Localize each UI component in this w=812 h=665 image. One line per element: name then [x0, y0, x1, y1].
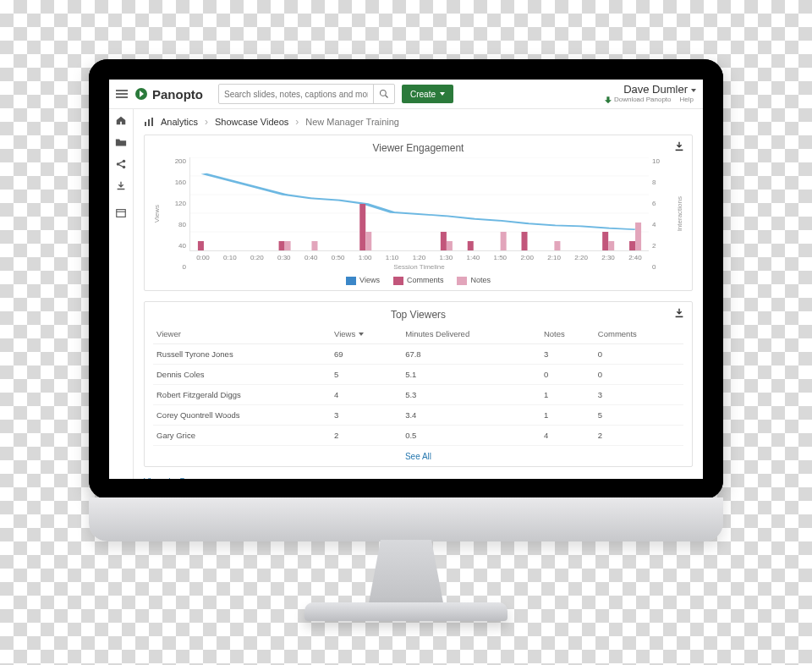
search-box	[218, 84, 395, 104]
table-cell: 1	[540, 404, 595, 425]
y-axis-right-label: Interactions	[676, 196, 683, 231]
help-link[interactable]: Help	[680, 96, 696, 104]
legend-item-notes: Notes	[457, 276, 491, 285]
svg-rect-26	[441, 232, 447, 250]
svg-rect-20	[198, 241, 204, 250]
table-cell: 4	[331, 384, 402, 404]
svg-rect-12	[151, 118, 153, 126]
user-name-label: Dave Dumler	[623, 84, 688, 96]
table-cell: 3	[331, 404, 402, 425]
svg-line-2	[386, 96, 388, 98]
y-axis-right-ticks: 1086420	[649, 157, 676, 271]
table-row[interactable]: Russell Tyrone Jones6967.830	[153, 343, 683, 364]
monitor-stand-neck	[364, 540, 448, 607]
svg-point-5	[123, 166, 126, 169]
sort-desc-icon	[359, 332, 364, 336]
brand-mark-icon	[134, 87, 148, 101]
topbar: Panopto Create Dave Dumler	[109, 80, 703, 109]
download-table-button[interactable]	[673, 307, 685, 319]
search-button[interactable]	[373, 85, 394, 103]
table-cell: 2	[331, 425, 402, 445]
user-menu[interactable]: Dave Dumler	[605, 84, 696, 96]
table-cell: 67.8	[402, 343, 540, 364]
folder-icon[interactable]	[115, 136, 127, 148]
create-button[interactable]: Create	[402, 85, 453, 103]
svg-rect-21	[279, 241, 285, 250]
legend-item-comments: Comments	[393, 276, 444, 285]
svg-rect-31	[554, 241, 560, 250]
table-cell: 69	[331, 343, 402, 364]
svg-rect-28	[468, 241, 474, 250]
table-header[interactable]: Views	[331, 324, 402, 344]
table-cell: 5	[331, 364, 402, 384]
main-content: Analytics › Showcase Videos › New Manage…	[134, 109, 703, 479]
svg-rect-25	[365, 232, 371, 250]
breadcrumb-current: New Manager Training	[305, 117, 399, 127]
table-cell: 5.1	[402, 364, 540, 384]
table-cell: Russell Tyrone Jones	[153, 343, 331, 364]
svg-rect-33	[608, 241, 614, 250]
table-cell: 3.4	[402, 404, 540, 425]
chart-plot	[189, 157, 649, 251]
x-axis-ticks: 0:000:100:200:300:400:501:001:101:201:30…	[189, 254, 649, 261]
table-cell: 1	[540, 384, 595, 404]
analytics-icon	[144, 117, 154, 127]
table-row[interactable]: Robert Fitzgerald Diggs45.313	[153, 384, 683, 404]
chart-area: Views 20016012080400 0:000:100:200:300:4…	[153, 157, 683, 271]
table-cell: 5	[595, 404, 683, 425]
table-cell: Dennis Coles	[153, 364, 331, 384]
y-axis-left-label: Views	[153, 205, 161, 223]
create-label: Create	[410, 90, 436, 99]
left-nav	[109, 109, 134, 479]
breadcrumb: Analytics › Showcase Videos › New Manage…	[144, 116, 693, 128]
chevron-right-icon: ›	[205, 116, 208, 128]
download-chart-button[interactable]	[673, 140, 685, 152]
brand-logo[interactable]: Panopto	[134, 87, 203, 102]
table-header[interactable]: Comments	[595, 324, 683, 344]
table-cell: 4	[540, 425, 595, 445]
svg-rect-8	[117, 210, 126, 217]
table-cell: Corey Quontrell Woods	[153, 404, 331, 425]
search-icon	[379, 89, 389, 99]
home-icon[interactable]	[115, 114, 127, 126]
top-viewers-table: ViewerViewsMinutes DeliveredNotesComment…	[153, 324, 683, 446]
svg-rect-29	[501, 232, 507, 250]
anchor-links: Views by DayViewer EngagementTop Viewers	[144, 477, 693, 479]
svg-rect-30	[522, 232, 528, 250]
breadcrumb-folder[interactable]: Showcase Videos	[215, 117, 288, 127]
table-cell: 5.3	[402, 384, 540, 404]
table-row[interactable]: Corey Quontrell Woods33.415	[153, 404, 683, 425]
anchor-link[interactable]: Views by Day	[144, 477, 693, 479]
breadcrumb-root[interactable]: Analytics	[161, 117, 198, 127]
window-icon[interactable]	[115, 207, 127, 219]
table-row[interactable]: Dennis Coles55.100	[153, 364, 683, 384]
table-cell: 0	[540, 364, 595, 384]
top-viewers-title: Top Viewers	[153, 309, 683, 321]
download-icon[interactable]	[115, 180, 127, 192]
see-all-link[interactable]: See All	[405, 452, 431, 461]
svg-rect-11	[148, 119, 150, 126]
table-row[interactable]: Gary Grice20.542	[153, 425, 683, 445]
svg-line-7	[119, 165, 123, 167]
monitor-frame: Panopto Create Dave Dumler	[89, 59, 723, 499]
table-cell: 3	[540, 343, 595, 364]
table-cell: 3	[595, 384, 683, 404]
chevron-down-icon	[440, 92, 445, 96]
monitor-stand-foot	[304, 602, 508, 621]
svg-rect-10	[145, 122, 146, 126]
screen: Panopto Create Dave Dumler	[109, 80, 703, 479]
svg-rect-24	[359, 204, 365, 250]
search-input[interactable]	[219, 90, 373, 99]
table-header[interactable]: Notes	[540, 324, 595, 344]
download-panopto-link[interactable]: Download Panopto	[605, 96, 672, 104]
svg-point-4	[123, 160, 126, 163]
table-header[interactable]: Minutes Delivered	[402, 324, 540, 344]
share-icon[interactable]	[115, 158, 127, 170]
svg-rect-32	[602, 232, 608, 250]
app-body: Analytics › Showcase Videos › New Manage…	[109, 109, 703, 479]
svg-point-1	[381, 91, 387, 96]
menu-icon[interactable]	[116, 90, 128, 98]
svg-rect-35	[635, 223, 641, 250]
app-root: Panopto Create Dave Dumler	[109, 80, 703, 479]
table-header[interactable]: Viewer	[153, 324, 331, 344]
